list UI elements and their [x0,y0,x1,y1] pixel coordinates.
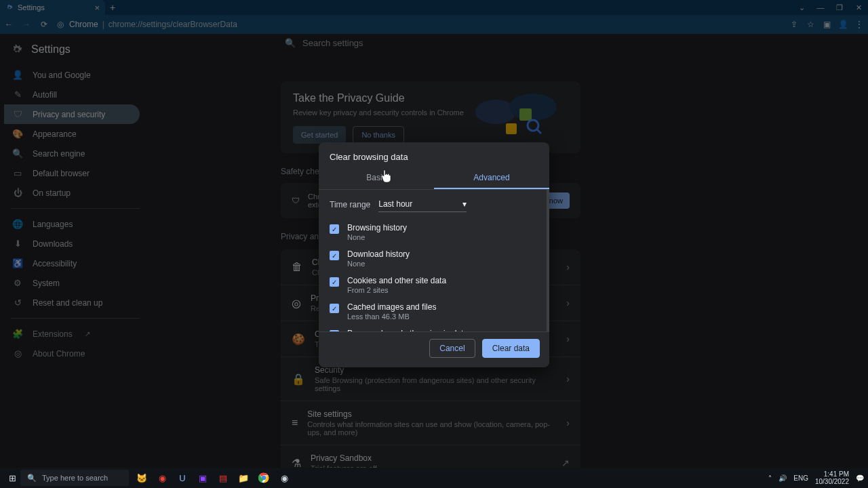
url-field[interactable]: ◎ Chrome | chrome://settings/clearBrowse… [56,20,783,29]
system-icon: ⚙ [12,278,23,288]
share-icon[interactable]: ⇪ [789,20,799,29]
task-chrome[interactable] [255,470,273,486]
url-origin: Chrome [69,20,98,29]
forward-icon: → [22,20,31,29]
opt-cookies[interactable]: ✓Cookies and other site dataFrom 2 sites [330,272,538,298]
globe-icon: 🌐 [12,219,23,229]
opt-cached[interactable]: ✓Cached images and filesLess than 46.3 M… [330,298,538,325]
sidebar-item-default-browser[interactable]: ▭Default browser [4,163,140,183]
trash-icon: 🗑 [292,261,302,273]
chrome-icon: ◎ [56,20,65,29]
opt-download-history[interactable]: ✓Download historyNone [330,245,538,272]
tab-title: Settings [18,3,45,12]
minimize-button[interactable]: — [811,0,830,15]
row-site-settings[interactable]: ≡Site settingsControls what information … [281,401,580,445]
sidebar-item-downloads[interactable]: ⬇Downloads [4,234,140,253]
svg-rect-2 [519,108,532,121]
sidebar-item-reset[interactable]: ↺Reset and clean up [4,293,140,312]
cancel-button[interactable]: Cancel [429,339,475,358]
window-titlebar: Settings × + ⌄ — ❐ ✕ [0,0,868,15]
reload-icon[interactable]: ⟳ [39,20,49,29]
back-icon[interactable]: ← [4,20,14,29]
external-link-icon: ↗ [561,458,570,468]
sidebar-item-search-engine[interactable]: 🔍Search engine [4,144,140,163]
taskbar-search[interactable]: 🔍 Type here to search [20,470,129,486]
task-app-2[interactable]: ◉ [153,470,171,486]
accessibility-icon: ♿ [12,258,23,268]
close-window-button[interactable]: ✕ [849,0,868,15]
tab-advanced[interactable]: Advanced [434,167,549,189]
scrollbar[interactable] [547,190,549,331]
clear-data-button[interactable]: Clear data [482,339,540,358]
divider [11,318,140,319]
bookmark-icon[interactable]: ☆ [806,20,815,29]
address-bar: ← → ⟳ ◎ Chrome | chrome://settings/clear… [0,15,868,34]
extensions-icon[interactable]: ▣ [822,20,831,29]
sidebar-item-about[interactable]: ◎About Chrome [4,344,140,363]
download-icon: ⬇ [12,239,23,249]
settings-search[interactable]: 🔍 Search settings [285,38,363,48]
chevron-right-icon: › [566,298,570,308]
opt-browsing-history[interactable]: ✓Browsing historyNone [330,219,538,245]
no-thanks-button[interactable]: No thanks [353,126,404,144]
tab-basic[interactable]: Basic [319,167,434,189]
sidebar-item-languages[interactable]: 🌐Languages [4,214,140,234]
new-tab-button[interactable]: + [105,0,120,15]
checkbox[interactable]: ✓ [330,277,339,287]
checkbox[interactable]: ✓ [330,330,339,331]
task-app-5[interactable]: ▤ [214,470,232,486]
task-app-1[interactable]: 🐱 [133,470,151,486]
sidebar-item-privacy[interactable]: 🛡Privacy and security [4,104,140,124]
tray-notifications-icon[interactable]: 💬 [856,474,864,482]
checkbox[interactable]: ✓ [330,224,339,234]
task-app-4[interactable]: ▣ [194,470,212,486]
profile-icon[interactable]: 👤 [838,20,848,29]
chevron-right-icon: › [566,418,570,428]
sidebar-item-system[interactable]: ⚙System [4,273,140,293]
sidebar-item-on-startup[interactable]: ⏻On startup [4,183,140,203]
tray-sound-icon[interactable]: 🔊 [778,474,787,482]
svg-point-1 [509,94,557,121]
menu-icon[interactable]: ⋮ [854,20,864,29]
chevron-right-icon: › [566,262,570,272]
search-icon: 🔍 [27,474,37,483]
checkbox[interactable]: ✓ [330,251,339,260]
task-app-3[interactable]: U [174,470,191,486]
task-chrome-alt[interactable]: ◉ [275,470,293,486]
sidebar-item-extensions[interactable]: 🧩Extensions↗ [4,324,140,344]
maximize-button[interactable]: ❐ [830,0,849,15]
sidebar-item-autofill[interactable]: ✎Autofill [4,85,140,104]
settings-favicon-icon [5,3,14,12]
tray-lang[interactable]: ENG [793,474,808,482]
tray-clock[interactable]: 1:41 PM 10/30/2022 [815,470,849,485]
close-tab-icon[interactable]: × [94,3,100,13]
time-range-label: Time range [330,200,370,209]
sidebar-item-you-and-google[interactable]: 👤You and Google [4,65,140,85]
get-started-button[interactable]: Get started [293,126,346,144]
start-button[interactable]: ⊞ [4,473,20,483]
dialog-title: Clear browsing data [319,142,549,167]
url-path: chrome://settings/clearBrowserData [108,20,237,29]
browser-tab[interactable]: Settings × [0,0,105,15]
divider [11,208,140,209]
gear-icon [9,42,24,57]
sidebar-item-accessibility[interactable]: ♿Accessibility [4,253,140,273]
checkbox[interactable]: ✓ [330,304,339,313]
svg-point-4 [528,120,538,131]
dialog-body: Time range Last hour ▾ ✓Browsing history… [319,189,549,331]
chevron-down-icon[interactable]: ⌄ [792,0,811,15]
dialog-tabs: Basic Advanced [319,167,549,189]
puzzle-icon: 🧩 [12,329,23,339]
settings-sidebar: 👤You and Google ✎Autofill 🛡Privacy and s… [4,65,140,363]
sidebar-item-appearance[interactable]: 🎨Appearance [4,124,140,144]
external-link-icon: ↗ [85,330,90,338]
time-range-select[interactable]: Last hour ▾ [378,197,467,212]
opt-passwords[interactable]: ✓Passwords and other sign-in dataNone [330,325,538,331]
clear-browsing-data-dialog: Clear browsing data Basic Advanced Time … [319,142,549,367]
tray-expand-icon[interactable]: ˄ [768,474,772,482]
task-app-6[interactable]: 📁 [235,470,252,486]
system-tray: ˄ 🔊 ENG 1:41 PM 10/30/2022 💬 [768,470,864,485]
palette-icon: 🎨 [12,129,23,139]
chevron-right-icon: › [566,333,570,344]
autofill-icon: ✎ [12,89,23,100]
